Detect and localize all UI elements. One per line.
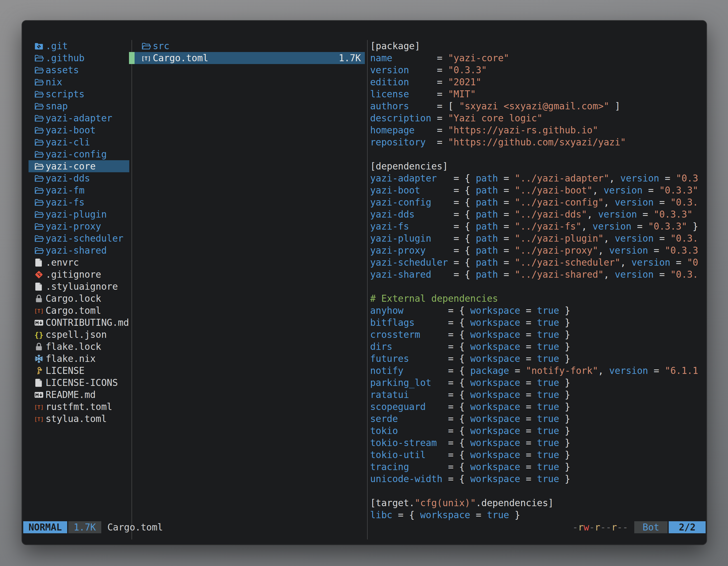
permissions-text: -rw-r--r-- [572,521,628,533]
preview-line: # External dependencies [370,292,698,304]
git-folder-icon [34,41,44,51]
preview-line: [target."cfg(unix)".dependencies] [370,497,698,509]
entry-label: yazi-plugin [46,208,107,220]
file-entry[interactable]: [T]Cargo.toml [29,304,129,316]
file-entry[interactable]: README.md [29,389,129,401]
folder-open-icon [34,89,44,100]
entry-label: flake.lock [46,340,101,353]
entry-label: stylua.toml [46,413,107,425]
parent-directory-pane: .git.githubassetsnixscriptssnapyazi-adap… [29,40,129,425]
entry-label: yazi-config [46,148,107,160]
entry-label: yazi-shared [46,245,107,257]
folder-open-icon [34,53,44,64]
preview-line: tokio-util = { workspace = true } [370,449,698,461]
folder-entry[interactable]: yazi-cli [29,136,129,148]
preview-line: libc = { workspace = true } [370,509,698,521]
folder-entry[interactable]: yazi-proxy [29,220,129,233]
folder-entry[interactable]: yazi-scheduler [29,233,129,245]
current-directory-pane: src[T]Cargo.toml1.7K [135,40,365,64]
file-size-badge: 1.7K [68,521,101,533]
file-icon [34,281,44,292]
toml-icon: [T] [34,305,44,316]
folder-open-icon [34,233,44,244]
folder-open-icon [34,125,44,136]
svg-text:[T]: [T] [141,55,151,61]
folder-entry[interactable]: assets [29,64,129,76]
preview-line: yazi-shared = { path = "../yazi-shared",… [370,269,698,281]
braces-icon: {} [34,329,44,340]
file-entry[interactable]: [T]stylua.toml [29,413,129,425]
entry-label: nix [46,76,62,88]
scroll-position-badge: Bot [634,521,668,533]
folder-entry[interactable]: yazi-fs [29,196,129,208]
preview-line: yazi-boot = { path = "../yazi-boot", ver… [370,184,698,196]
folder-entry[interactable]: yazi-fm [29,184,129,196]
status-filename: Cargo.toml [107,521,163,533]
selection-marker [129,52,135,64]
entry-label: LICENSE-ICONS [46,377,118,389]
preview-line: parking_lot = { workspace = true } [370,377,698,389]
preview-line: yazi-config = { path = "../yazi-config",… [370,196,698,208]
preview-line: yazi-adapter = { path = "../yazi-adapter… [370,172,698,184]
entry-label: yazi-cli [46,136,90,148]
folder-entry[interactable]: yazi-plugin [29,208,129,220]
preview-line: ratatui = { workspace = true } [370,389,698,401]
folder-entry[interactable]: yazi-boot [29,124,129,136]
preview-line: dirs = { workspace = true } [370,340,698,353]
file-entry[interactable]: flake.lock [29,340,129,353]
entry-label: yazi-dds [46,172,90,184]
file-entry[interactable]: CONTRIBUTING.md [29,316,129,328]
file-entry[interactable]: .envrc [29,257,129,269]
preview-line: [dependencies] [370,160,698,172]
key-icon [34,365,44,376]
folder-entry[interactable]: yazi-shared [29,245,129,257]
entry-label: rustfmt.toml [46,401,112,413]
status-bar: NORMAL 1.7K Cargo.toml -rw-r--r-- Bot 2/… [22,521,707,533]
file-entry[interactable]: .styluaignore [29,281,129,292]
folder-entry[interactable]: snap [29,100,129,112]
folder-entry[interactable]: yazi-dds [29,172,129,184]
entry-label: Cargo.lock [46,292,101,304]
file-entry[interactable]: LICENSE [29,365,129,377]
svg-text:[T]: [T] [34,307,44,314]
file-entry[interactable]: [T]Cargo.toml1.7K [135,52,365,64]
mode-badge: NORMAL [23,521,67,533]
file-entry[interactable]: .gitignore [29,269,129,281]
preview-line: version = "0.3.3" [370,64,698,76]
file-entry[interactable]: flake.nix [29,353,129,365]
entry-label: src [153,40,365,52]
folder-entry[interactable]: yazi-config [29,148,129,160]
toml-icon: [T] [34,414,44,424]
entry-label: yazi-boot [46,124,96,136]
preview-line: [package] [370,40,698,52]
folder-entry[interactable]: src [135,40,365,52]
file-entry[interactable]: {}cspell.json [29,328,129,340]
preview-line: bitflags = { workspace = true } [370,316,698,328]
toml-icon: [T] [141,53,151,64]
preview-line: yazi-fs = { path = "../yazi-fs", version… [370,220,698,233]
git-diamond-icon [34,269,44,280]
svg-text:{}: {} [34,330,44,339]
folder-entry[interactable]: .git [29,40,129,52]
folder-open-icon [34,101,44,112]
entry-label: .git [46,40,68,52]
entry-label: yazi-adapter [46,112,112,124]
preview-line: authors = [ "sxyazi <sxyazi@gmail.com>" … [370,100,698,112]
preview-line: tracing = { workspace = true } [370,461,698,473]
folder-entry[interactable]: nix [29,76,129,88]
entry-label: flake.nix [46,353,96,365]
file-entry[interactable]: LICENSE-ICONS [29,377,129,389]
folder-entry[interactable]: yazi-core [29,160,129,172]
entry-label: .github [46,52,84,64]
folder-entry[interactable]: scripts [29,88,129,100]
file-entry[interactable]: Cargo.lock [29,292,129,304]
file-entry[interactable]: [T]rustfmt.toml [29,401,129,413]
svg-text:[T]: [T] [34,416,44,422]
entry-label: assets [46,64,79,76]
folder-entry[interactable]: yazi-adapter [29,112,129,124]
preview-line: futures = { workspace = true } [370,353,698,365]
preview-line: homepage = "https://yazi-rs.github.io" [370,124,698,136]
folder-entry[interactable]: .github [29,52,129,64]
folder-open-icon [34,137,44,148]
folder-open-icon [34,173,44,184]
